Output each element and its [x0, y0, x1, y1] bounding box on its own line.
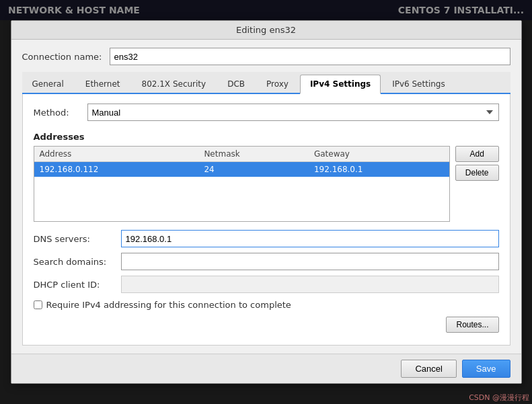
tab-proxy[interactable]: Proxy: [256, 75, 299, 93]
tab-ipv4[interactable]: IPv4 Settings: [300, 75, 381, 94]
dialog-overlay: Editing ens32 Connection name: General E…: [0, 0, 532, 404]
search-domains-row: Search domains:: [34, 253, 499, 270]
watermark: CSDN @漫漫行程: [469, 393, 529, 403]
dialog-titlebar: Editing ens32: [11, 21, 521, 40]
method-row: Method: Manual Automatic (DHCP) Link-Loc…: [34, 104, 499, 121]
cell-netmask: 24: [198, 162, 309, 177]
tabs-bar: General Ethernet 802.1X Security DCB Pro…: [22, 72, 510, 94]
dns-servers-input[interactable]: [121, 230, 499, 247]
cell-address: 192.168.0.112: [34, 162, 199, 177]
dialog-title: Editing ens32: [236, 25, 296, 35]
dialog-body: Connection name: General Ethernet 802.1X…: [11, 40, 521, 354]
editing-dialog: Editing ens32 Connection name: General E…: [11, 20, 522, 384]
tab-dcb[interactable]: DCB: [217, 75, 255, 93]
addresses-table-wrap: Address Netmask Gateway 192.168.0.112 24…: [34, 146, 450, 222]
save-button[interactable]: Save: [462, 360, 510, 378]
add-button[interactable]: Add: [455, 146, 499, 162]
col-gateway: Gateway: [309, 147, 449, 162]
addresses-container: Address Netmask Gateway 192.168.0.112 24…: [34, 146, 499, 222]
require-ipv4-row: Require IPv4 addressing for this connect…: [34, 300, 499, 310]
require-ipv4-checkbox[interactable]: [34, 300, 42, 309]
connection-name-label: Connection name:: [22, 52, 110, 62]
addresses-table: Address Netmask Gateway 192.168.0.112 24…: [34, 147, 449, 221]
cell-gateway: 192.168.0.1: [309, 162, 449, 177]
dhcp-client-id-row: DHCP client ID:: [34, 276, 499, 293]
dialog-footer: Cancel Save: [11, 354, 521, 383]
delete-button[interactable]: Delete: [455, 165, 499, 181]
connection-name-row: Connection name:: [22, 48, 510, 65]
dhcp-client-id-input: [121, 276, 499, 293]
table-row[interactable]: 192.168.0.112 24 192.168.0.1: [34, 162, 449, 177]
search-domains-label: Search domains:: [34, 257, 121, 267]
tab-security[interactable]: 802.1X Security: [132, 75, 217, 93]
tab-ipv6[interactable]: IPv6 Settings: [382, 75, 455, 93]
tab-ethernet[interactable]: Ethernet: [75, 75, 130, 93]
dns-servers-row: DNS servers:: [34, 230, 499, 247]
tab-general[interactable]: General: [22, 75, 74, 93]
addresses-title: Addresses: [34, 132, 499, 142]
col-address: Address: [34, 147, 199, 162]
search-domains-input[interactable]: [121, 253, 499, 270]
dns-servers-label: DNS servers:: [34, 234, 121, 244]
addr-buttons: Add Delete: [455, 146, 499, 222]
routes-button[interactable]: Routes...: [446, 317, 498, 333]
routes-row: Routes...: [34, 317, 499, 333]
ipv4-tab-content: Method: Manual Automatic (DHCP) Link-Loc…: [22, 94, 510, 346]
table-row-empty3: [34, 206, 449, 221]
method-select[interactable]: Manual Automatic (DHCP) Link-Local Only …: [87, 104, 499, 121]
method-label: Method:: [34, 108, 87, 118]
connection-name-input[interactable]: [110, 48, 510, 65]
table-row-empty: [34, 177, 449, 192]
dhcp-client-id-label: DHCP client ID:: [34, 280, 121, 290]
table-row-empty2: [34, 192, 449, 206]
col-netmask: Netmask: [198, 147, 309, 162]
cancel-button[interactable]: Cancel: [401, 360, 456, 378]
require-ipv4-label: Require IPv4 addressing for this connect…: [46, 300, 291, 310]
